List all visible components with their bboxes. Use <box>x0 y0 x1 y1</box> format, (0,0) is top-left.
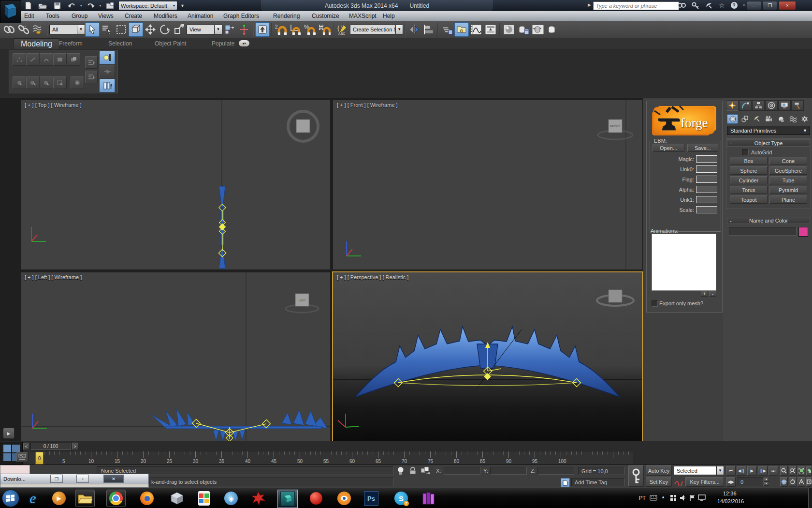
y-coord-field[interactable] <box>490 467 527 475</box>
taskbar-store[interactable] <box>194 490 214 507</box>
start-button[interactable] <box>1 490 20 507</box>
taskbar-winrar[interactable] <box>419 490 438 507</box>
menu-views[interactable]: Views <box>98 13 114 19</box>
ribbon-options-button[interactable]: ●▾ <box>239 40 249 46</box>
menu-rendering[interactable]: Rendering <box>273 13 300 19</box>
default-in-out-tangent-icon[interactable] <box>674 478 683 486</box>
ebm-unk1-field[interactable] <box>696 196 717 203</box>
tab-hierarchy[interactable] <box>752 100 765 111</box>
viewport-front-label[interactable]: [ + ] [ Front ] [ Wireframe ] <box>337 102 398 108</box>
frame-readout[interactable]: 0 / 100 <box>30 443 71 450</box>
primitive-category-dropdown[interactable]: Standard Primitives ▼ <box>727 126 810 135</box>
viewport-perspective-label[interactable]: [ + ] [ Perspective ] [ Realistic ] <box>337 274 408 280</box>
tray-keyboard-icon[interactable] <box>650 495 657 501</box>
tray-volume-icon[interactable] <box>680 494 686 501</box>
viewport-top[interactable]: [ + ] [ Top ] [ Wireframe ] <box>21 100 330 269</box>
tab-display[interactable] <box>778 100 791 111</box>
category-geometry-active[interactable] <box>727 114 738 124</box>
time-ruler[interactable]: 5101520253035404550556065707580859095100… <box>29 451 633 464</box>
autogrid-checkbox[interactable] <box>742 149 749 155</box>
named-selection-set-dropdown[interactable]: Create Selection Se ▼ <box>350 25 403 34</box>
button-cone[interactable]: Cone <box>769 157 807 165</box>
manage-layers-icon[interactable] <box>440 22 454 37</box>
search-input[interactable] <box>593 1 679 10</box>
category-helpers[interactable] <box>775 114 786 124</box>
mini-listener-expand-button[interactable]: ▶ <box>3 428 14 439</box>
minimize-button[interactable]: — <box>747 1 761 10</box>
tray-show-hidden-icon[interactable]: ▲ <box>661 495 665 499</box>
undo-button[interactable] <box>66 1 77 10</box>
search-icon[interactable] <box>678 2 686 9</box>
select-by-name-icon[interactable] <box>100 22 114 37</box>
3dsmax-logo[interactable] <box>0 0 21 23</box>
shrink-selection-button[interactable] <box>85 56 98 69</box>
tray-clock-time[interactable]: 12:36 <box>723 491 737 496</box>
viewport-left-label[interactable]: [ + ] [ Left ] [ Wireframe ] <box>25 274 82 280</box>
viewport-top-label[interactable]: [ + ] [ Top ] [ Wireframe ] <box>25 102 81 108</box>
set-key-button[interactable]: Set Key <box>646 477 672 487</box>
selection-lock-icon[interactable] <box>409 466 417 475</box>
category-shapes[interactable] <box>739 114 750 124</box>
material-editor-icon[interactable] <box>502 22 516 37</box>
next-frame-button[interactable]: > <box>72 443 78 450</box>
show-desktop-button[interactable] <box>808 488 812 508</box>
auto-key-button[interactable]: Auto Key <box>646 465 672 476</box>
menu-modifiers[interactable]: Modifiers <box>154 13 177 19</box>
grow-selection-button[interactable] <box>85 71 98 83</box>
percent-snap-toggle-icon[interactable]: % <box>303 22 317 37</box>
field-of-view-icon[interactable] <box>798 477 805 487</box>
selection-filter-dropdown[interactable]: All ▼ <box>49 25 85 34</box>
preview-polygon-button[interactable] <box>40 76 53 89</box>
button-cylinder[interactable]: Cylinder <box>730 176 768 184</box>
animations-listbox[interactable] <box>652 234 716 291</box>
button-geosphere[interactable]: GeoSphere <box>769 166 807 175</box>
ribbon-tab-freeform[interactable]: Freeform <box>59 40 83 47</box>
tray-windows-icon[interactable] <box>670 494 677 501</box>
tab-motion[interactable] <box>765 100 778 111</box>
ebm-open-button[interactable]: Open... <box>652 144 684 152</box>
category-systems[interactable] <box>799 114 810 124</box>
menu-maxscript[interactable]: MAXScript <box>349 13 377 19</box>
open-mini-curve-editor-button[interactable] <box>16 452 28 462</box>
download-restore-button[interactable]: ❐ <box>50 475 63 483</box>
adaptive-degradation-bulb-icon[interactable] <box>396 466 405 476</box>
name-color-rollout-header[interactable]: - Name and Color <box>727 217 810 224</box>
use-pivot-point-icon[interactable] <box>222 22 237 37</box>
taskbar-emulator[interactable] <box>167 490 187 507</box>
mirror-icon[interactable] <box>407 22 421 37</box>
soft-selection-falloff-button[interactable] <box>100 65 115 78</box>
rendered-frame-window-icon[interactable] <box>531 22 545 37</box>
category-space-warps[interactable] <box>787 114 798 124</box>
menu-create[interactable]: Create <box>125 13 142 19</box>
menu-group[interactable]: Group <box>72 13 87 19</box>
export-only-mesh-checkbox[interactable] <box>652 300 658 307</box>
angle-snap-toggle-icon[interactable] <box>288 22 303 37</box>
viewcube[interactable] <box>296 120 310 133</box>
previous-frame-playback-button[interactable]: ◀❙ <box>737 466 746 476</box>
use-soft-selection-toggle[interactable] <box>100 51 115 64</box>
snaps-toggle-icon[interactable]: 2 <box>274 22 288 37</box>
graphite-ribbon-toggle-icon[interactable] <box>454 22 469 37</box>
menu-customize[interactable]: Customize <box>312 13 339 19</box>
taskbar-firefox[interactable] <box>137 490 157 507</box>
rectangular-selection-region-icon[interactable] <box>114 22 129 37</box>
toolbar-overflow-arrow[interactable]: ▶ <box>588 2 591 7</box>
preview-vertex-button[interactable] <box>13 76 26 89</box>
render-setup-icon[interactable] <box>516 22 531 37</box>
soft-selection-button[interactable] <box>71 76 84 89</box>
collapse-icon[interactable]: - <box>730 140 732 146</box>
frame-spinner[interactable]: ▲ ▼ <box>764 477 769 486</box>
menu-animation[interactable]: Animation <box>188 13 213 19</box>
ebm-scale-field[interactable] <box>696 206 717 213</box>
schematic-view-icon[interactable] <box>483 22 498 37</box>
tray-language-indicator[interactable]: PT <box>639 495 646 501</box>
border-mode-button[interactable] <box>40 53 53 66</box>
taskbar-chrome[interactable] <box>106 490 126 507</box>
redo-dropdown[interactable]: ▾ <box>100 4 102 8</box>
workspace-dropdown[interactable]: Workspace: Default ▾ <box>118 1 177 10</box>
taskbar-media-red[interactable] <box>306 490 326 507</box>
taskbar-3ds-max-active[interactable] <box>277 490 298 508</box>
ebm-alpha-field[interactable] <box>696 186 717 193</box>
set-keys-button[interactable] <box>628 465 644 487</box>
help-dropdown-icon[interactable]: ▾ <box>743 3 745 7</box>
